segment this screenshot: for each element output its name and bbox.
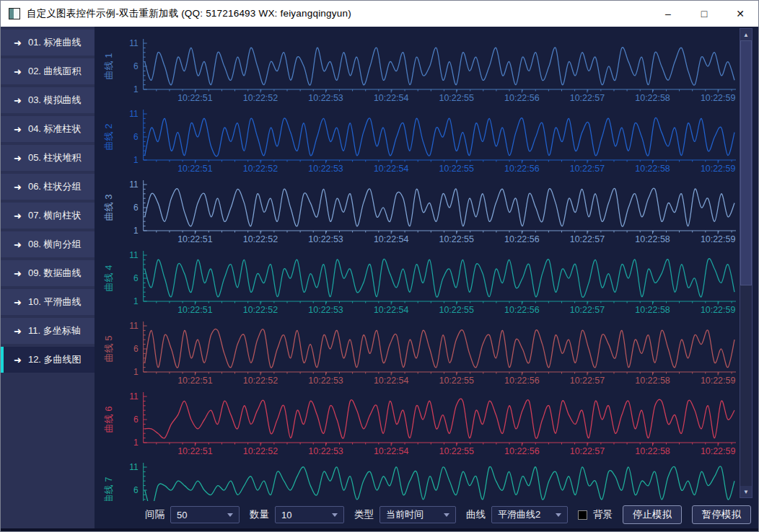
svg-text:10:22:56: 10:22:56 (504, 234, 539, 244)
svg-text:10:22:55: 10:22:55 (439, 446, 474, 456)
vertical-scrollbar[interactable]: ▲ ▼ (740, 28, 753, 498)
interval-select[interactable]: 50 (170, 506, 240, 523)
sidebar-item-label: 10. 平滑曲线 (28, 296, 82, 309)
svg-text:10:22:57: 10:22:57 (570, 305, 605, 315)
svg-text:6: 6 (133, 344, 139, 354)
svg-text:10:22:57: 10:22:57 (570, 234, 605, 244)
svg-text:1: 1 (133, 226, 139, 236)
sidebar-item-6[interactable]: ➜06. 柱状分组 (1, 174, 95, 200)
pause-simulation-button[interactable]: 暂停模拟 (692, 505, 751, 524)
svg-text:6: 6 (133, 61, 139, 71)
chart-row: 161110:22:5110:22:5210:22:5310:22:5410:2… (95, 387, 740, 458)
sidebar-item-label: 03. 模拟曲线 (28, 94, 82, 107)
line-chart: 161110:22:5110:22:5210:22:5310:22:5410:2… (95, 246, 740, 316)
svg-text:10:22:52: 10:22:52 (243, 93, 278, 103)
svg-text:11: 11 (129, 179, 139, 190)
svg-text:10:22:54: 10:22:54 (374, 234, 408, 244)
sidebar-item-7[interactable]: ➜07. 横向柱状 (1, 203, 95, 229)
chart-stack: 161110:22:5110:22:5210:22:5310:22:5410:2… (95, 27, 740, 501)
svg-text:曲线 3: 曲线 3 (103, 195, 114, 221)
chart-row: 161110:22:5110:22:5210:22:5310:22:5410:2… (95, 458, 740, 501)
svg-text:11: 11 (129, 391, 139, 402)
svg-text:10:22:51: 10:22:51 (177, 234, 212, 244)
sidebar-item-1[interactable]: ➜01. 标准曲线 (1, 30, 95, 56)
sidebar-item-5[interactable]: ➜05. 柱状堆积 (1, 145, 95, 171)
svg-text:曲线 2: 曲线 2 (103, 124, 114, 151)
sidebar-item-12[interactable]: ➜12. 多曲线图 (1, 347, 95, 373)
sidebar-item-label: 09. 数据曲线 (28, 267, 82, 280)
svg-text:10:22:53: 10:22:53 (308, 305, 343, 315)
svg-text:曲线 6: 曲线 6 (103, 407, 114, 433)
arrow-icon: ➜ (14, 326, 22, 337)
svg-text:10:22:52: 10:22:52 (243, 446, 278, 456)
close-icon[interactable]: ✕ (722, 1, 758, 27)
sidebar-item-2[interactable]: ➜02. 曲线面积 (1, 58, 95, 84)
svg-text:10:22:54: 10:22:54 (374, 376, 408, 386)
sidebar-item-11[interactable]: ➜11. 多坐标轴 (1, 318, 95, 344)
svg-text:10:22:53: 10:22:53 (308, 93, 343, 103)
line-chart: 161110:22:5110:22:5210:22:5310:22:5410:2… (95, 175, 740, 246)
main-area: 161110:22:5110:22:5210:22:5310:22:5410:2… (95, 27, 758, 528)
svg-text:曲线 7: 曲线 7 (103, 477, 114, 501)
svg-text:11: 11 (129, 321, 139, 331)
type-select[interactable]: 当前时间 (380, 506, 456, 523)
sidebar-item-label: 06. 柱状分组 (28, 180, 82, 193)
svg-text:1: 1 (133, 155, 139, 165)
svg-text:10:22:54: 10:22:54 (374, 164, 408, 174)
svg-text:10:22:59: 10:22:59 (701, 234, 735, 244)
svg-text:10:22:51: 10:22:51 (177, 446, 212, 456)
curve-select[interactable]: 平滑曲线2 (491, 506, 568, 523)
arrow-icon: ➜ (14, 182, 22, 192)
sidebar-item-4[interactable]: ➜04. 标准柱状 (1, 116, 95, 142)
sidebar-item-10[interactable]: ➜10. 平滑曲线 (1, 289, 95, 315)
maximize-icon[interactable]: □ (686, 1, 722, 27)
svg-text:10:22:59: 10:22:59 (701, 446, 735, 456)
arrow-icon: ➜ (14, 66, 22, 77)
svg-text:曲线 1: 曲线 1 (103, 53, 114, 80)
svg-text:10:22:53: 10:22:53 (308, 234, 343, 244)
curve-field: 曲线 平滑曲线2 (466, 506, 568, 523)
svg-text:6: 6 (133, 273, 139, 283)
sidebar-item-9[interactable]: ➜09. 数据曲线 (1, 260, 95, 286)
chart-row: 161110:22:5110:22:5210:22:5310:22:5410:2… (95, 246, 740, 316)
count-value: 10 (281, 510, 291, 520)
scroll-down-icon[interactable]: ▼ (740, 486, 752, 497)
scrollbar-track[interactable] (740, 40, 752, 486)
sidebar-item-label: 12. 多曲线图 (28, 353, 82, 366)
svg-text:10:22:55: 10:22:55 (439, 164, 474, 174)
sidebar-item-label: 11. 多坐标轴 (28, 324, 81, 337)
window-bottom-border (1, 528, 758, 531)
svg-text:10:22:51: 10:22:51 (177, 305, 212, 315)
count-field: 数量 10 (250, 506, 344, 523)
background-checkbox[interactable] (578, 510, 587, 520)
minimize-icon[interactable]: – (650, 1, 686, 27)
svg-text:10:22:57: 10:22:57 (570, 446, 605, 456)
svg-text:11: 11 (129, 109, 139, 119)
svg-text:10:22:56: 10:22:56 (504, 93, 539, 103)
stop-simulation-button[interactable]: 停止模拟 (623, 505, 682, 524)
app-window: 自定义图表控件示例-双击重新加载 (QQ: 517216493 WX: feiy… (0, 0, 759, 532)
background-field: 背景 (578, 508, 613, 521)
svg-text:10:22:51: 10:22:51 (177, 93, 212, 103)
svg-text:10:22:56: 10:22:56 (504, 305, 539, 315)
sidebar-item-3[interactable]: ➜03. 模拟曲线 (1, 87, 95, 113)
svg-text:11: 11 (129, 38, 139, 48)
svg-text:10:22:55: 10:22:55 (439, 234, 474, 244)
arrow-icon: ➜ (14, 124, 22, 135)
chart-row: 161110:22:5110:22:5210:22:5310:22:5410:2… (95, 175, 740, 246)
svg-text:11: 11 (129, 250, 139, 260)
svg-text:10:22:51: 10:22:51 (177, 164, 212, 174)
window-controls: – □ ✕ (650, 1, 758, 27)
svg-text:10:22:58: 10:22:58 (635, 93, 670, 103)
sidebar-item-8[interactable]: ➜08. 横向分组 (1, 231, 95, 257)
svg-text:曲线 4: 曲线 4 (103, 265, 114, 292)
count-label: 数量 (250, 508, 269, 521)
count-select[interactable]: 10 (275, 506, 344, 523)
svg-text:10:22:54: 10:22:54 (374, 93, 408, 103)
svg-text:10:22:56: 10:22:56 (504, 164, 539, 174)
scroll-up-icon[interactable]: ▲ (740, 29, 752, 40)
scrollbar-thumb[interactable] (740, 40, 752, 285)
svg-text:10:22:56: 10:22:56 (504, 376, 539, 386)
svg-text:10:22:52: 10:22:52 (243, 305, 278, 315)
window-body: ➜01. 标准曲线➜02. 曲线面积➜03. 模拟曲线➜04. 标准柱状➜05.… (1, 27, 758, 528)
